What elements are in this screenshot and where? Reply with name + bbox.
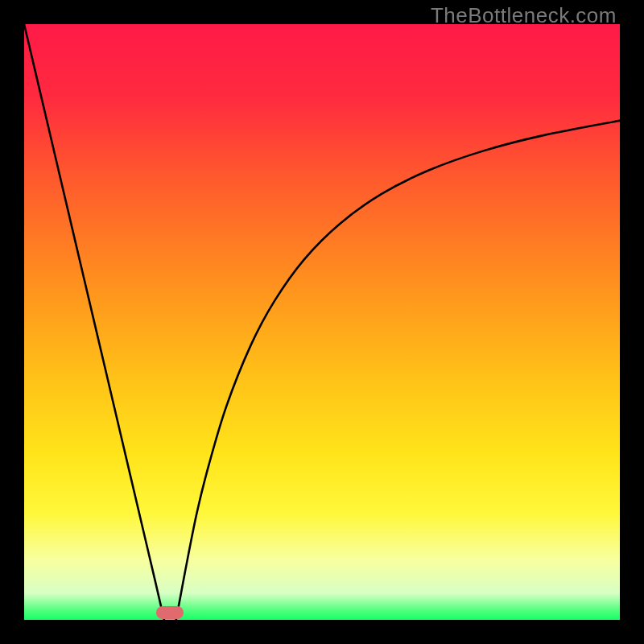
plot-area bbox=[24, 24, 620, 620]
curve-right-path bbox=[176, 121, 620, 620]
watermark-text: TheBottleneck.com bbox=[431, 3, 617, 28]
chart-frame: TheBottleneck.com bbox=[0, 0, 644, 644]
curve-left-path bbox=[24, 24, 164, 620]
chart-curve bbox=[24, 24, 620, 620]
target-marker bbox=[156, 606, 184, 619]
